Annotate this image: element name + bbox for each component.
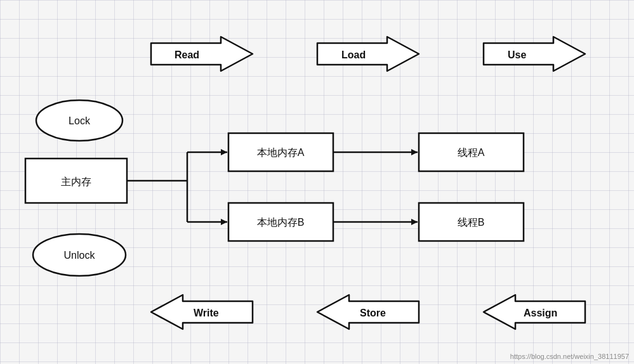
- svg-text:本地内存A: 本地内存A: [257, 147, 305, 158]
- diagram: Read Load Use Write Store Assign: [0, 0, 634, 364]
- svg-marker-4: [484, 37, 585, 71]
- load-arrow: Load: [317, 37, 419, 71]
- assign-arrow: Assign: [484, 295, 585, 329]
- svg-text:Store: Store: [360, 308, 386, 318]
- svg-marker-30: [221, 149, 227, 155]
- svg-marker-33: [411, 149, 418, 155]
- svg-text:本地内存B: 本地内存B: [257, 217, 305, 228]
- svg-text:线程A: 线程A: [458, 147, 485, 158]
- svg-marker-0: [151, 37, 253, 71]
- svg-rect-20: [419, 203, 524, 241]
- svg-text:Assign: Assign: [524, 308, 557, 318]
- svg-marker-6: [151, 295, 253, 329]
- thread-a-box: 线程A: [419, 133, 524, 171]
- svg-text:主内存: 主内存: [61, 176, 91, 187]
- lock-ellipse: Lock: [36, 100, 122, 141]
- svg-point-22: [36, 100, 122, 141]
- watermark: https://blog.csdn.net/weixin_38111957: [510, 353, 629, 360]
- write-arrow: Write: [151, 295, 253, 329]
- svg-rect-16: [228, 203, 333, 241]
- svg-marker-31: [221, 219, 227, 225]
- local-memory-b-box: 本地内存B: [228, 203, 333, 241]
- local-memory-a-box: 本地内存A: [228, 133, 333, 171]
- svg-marker-35: [411, 219, 418, 225]
- svg-text:Use: Use: [508, 49, 526, 60]
- svg-rect-18: [419, 133, 524, 171]
- use-arrow: Use: [484, 37, 585, 71]
- svg-text:Read: Read: [175, 49, 199, 60]
- unlock-ellipse: Unlock: [33, 234, 126, 276]
- svg-point-24: [33, 234, 126, 276]
- svg-rect-12: [25, 159, 127, 203]
- main-memory-box: 主内存: [25, 159, 127, 203]
- svg-text:Unlock: Unlock: [64, 250, 96, 261]
- svg-marker-8: [317, 295, 419, 329]
- svg-text:Write: Write: [194, 308, 219, 318]
- svg-text:Load: Load: [341, 49, 366, 60]
- svg-marker-2: [317, 37, 419, 71]
- store-arrow: Store: [317, 295, 419, 329]
- thread-b-box: 线程B: [419, 203, 524, 241]
- read-arrow: Read: [151, 37, 253, 71]
- svg-text:线程B: 线程B: [458, 217, 485, 228]
- svg-rect-14: [228, 133, 333, 171]
- svg-marker-10: [484, 295, 585, 329]
- svg-text:Lock: Lock: [69, 115, 91, 126]
